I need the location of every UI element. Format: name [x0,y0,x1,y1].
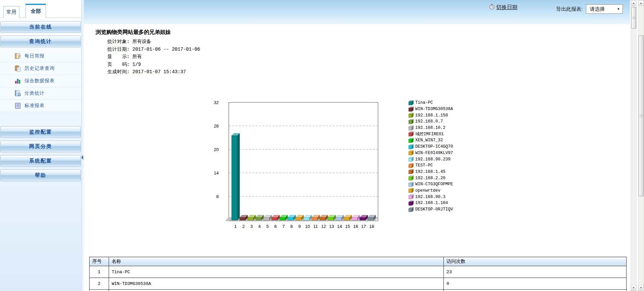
bar-chart: 322620148123456789101112131415161718 [211,97,386,235]
tab-all[interactable]: 全部 [25,4,46,18]
table-cell: Tina-PC [109,266,443,278]
legend-entry: DESKTOP-0RJTIQV [409,206,453,213]
sidebar-item[interactable]: 每日简报 [0,50,81,62]
legend-color-swatch [409,188,414,193]
legend-color-swatch [409,150,414,155]
table-cell: WIN-TD3MG30538A [109,278,443,290]
x-axis-tick-label: 18 [369,224,374,229]
x-axis-tick-label: 13 [329,224,334,229]
legend-color-swatch [409,119,414,124]
table-row: 1Tina-PC23 [90,266,627,278]
report-meta-line: 显示: 所有 [107,53,200,61]
export-report-label: 导出此报表: [556,6,583,12]
sidebar-section-button[interactable]: 系统配置 [0,155,81,167]
x-axis-tick-label: 7 [282,224,285,229]
sidebar-section-button[interactable]: 当前在线 [0,21,81,33]
y-axis-tick-label: 20 [214,147,219,152]
legend-label: 192.168.90.3 [415,195,445,199]
table-body: 1Tina-PC232WIN-TD3MG30538A0 [90,266,627,291]
export-report-select[interactable]: 请选择 ▼ [586,4,623,14]
scroll-down-icon[interactable]: ▼ [638,285,644,291]
inner-scrollbar-thumb[interactable] [631,7,636,29]
sidebar-item-label: 分类统计 [24,90,45,96]
sidebar-tabstrip: 常用 全部 [0,0,81,18]
sidebar-item-label: 每日简报 [24,53,45,59]
legend-label: DESKTOP-0RJTIQV [415,207,453,212]
legend-color-swatch [409,138,414,143]
legend-label: 192.168.1.104 [415,201,448,205]
legend-label: 192.168.0.7 [415,119,443,124]
table-cell: 1 [90,266,109,278]
x-axis-tick-label: 6 [274,224,277,229]
outer-scrollbar[interactable]: ▲ ▼ [638,0,644,291]
scroll-up-icon[interactable]: ▲ [631,0,636,6]
legend-label: Tina-PC [415,100,433,105]
legend-entry: 192.168.1.150 [409,112,453,118]
scroll-down-icon[interactable]: ▼ [631,285,636,291]
outer-scrollbar-thumb[interactable] [639,35,644,196]
x-axis-tick-label: 3 [250,224,253,229]
legend-color-swatch [409,194,414,199]
legend-label: WIN-FE0I49KLV97 [415,151,453,155]
switch-date-link[interactable]: 切换日期 [489,4,518,11]
x-axis-tick-label: 15 [345,224,350,229]
report-meta-line: 页码: 1/9 [107,61,200,68]
legend-label: openwrtdev [415,188,440,193]
sidebar-item[interactable]: 历史记录查询 [0,62,81,75]
x-axis-tick-label: 9 [298,224,301,229]
report-meta-line: 生成时间: 2017-01-07 15:43:37 [107,68,200,76]
legend-label: 192.168.90.239 [415,157,450,162]
legend-entry: TEST-PC [409,162,453,169]
legend-color-swatch [409,100,414,105]
legend-color-swatch [409,169,414,174]
tab-common[interactable]: 常用 [3,6,19,18]
standard-report-icon [14,102,21,109]
sidebar-collapse-icon[interactable] [81,155,83,160]
legend-color-swatch [409,107,414,112]
legend-entry: WIN-TD3MG30538A [409,106,453,112]
sidebar-section-button[interactable]: 监控配置 [0,126,81,138]
x-axis-tick-label: 12 [321,224,326,229]
table-cell [444,290,627,291]
chevron-down-icon: ▼ [617,7,620,11]
legend-label: DESKTOP-IC4GQ70 [415,144,453,149]
table-cell [109,290,443,291]
legend-entry: 域控IMFIRE01 [409,131,453,137]
report-table: 序号名称访问次数 1Tina-PC232WIN-TD3MG30538A0 [89,257,627,291]
bar-Tina-PC [232,133,240,220]
sidebar-item[interactable]: 标准报表 [0,100,81,112]
legend-color-swatch [409,132,414,137]
legend-color-swatch [409,201,414,206]
content-banner: 切换日期 导出此报表: 请选择 ▼ [84,0,630,24]
legend-label: XEN_WIN7_32 [415,138,443,143]
x-axis-tick-label: 10 [305,224,310,229]
table-cell: 23 [444,266,627,278]
legend-entry: 192.168.1.45 [409,169,453,175]
chart-legend: Tina-PCWIN-TD3MG30538A192.168.1.150192.1… [409,100,453,212]
legend-entry: XEN_WIN7_32 [409,137,453,144]
switch-date-label[interactable]: 切换日期 [496,4,518,11]
sidebar-section-button[interactable]: 网页分类 [0,141,81,152]
table-column-header: 序号 [90,257,109,266]
comprehensive-report-icon [14,77,21,85]
inner-scrollbar[interactable]: ▲ ▼ [631,0,637,291]
sidebar-menu: 当前在线查询统计每日简报历史记录查询综合数据报表分类统计标准报表监控配置网页分类… [0,18,81,181]
x-axis-tick-label: 8 [290,224,293,229]
sidebar-item[interactable]: 综合数据报表 [0,75,81,87]
legend-label: WIN-CTG3QFOPMPE [415,182,453,187]
y-axis-tick-label: 32 [214,100,219,105]
x-axis-tick-label: 16 [353,224,358,229]
sidebar-section-button[interactable]: 查询统计 [0,36,81,47]
table-row: 2WIN-TD3MG30538A0 [90,278,627,290]
legend-entry: Tina-PC [409,100,453,106]
scroll-up-icon[interactable]: ▲ [638,0,644,6]
x-axis-tick-label: 2 [242,224,245,229]
legend-entry: openwrtdev [409,188,453,194]
sidebar-section-button[interactable]: 帮助 [0,169,81,181]
x-axis-tick-label: 14 [337,224,342,229]
legend-label: 192.168.1.45 [415,169,445,174]
sidebar-item[interactable]: 分类统计 [0,87,81,100]
legend-entry: 192.168.90.3 [409,194,453,200]
content-area: 切换日期 导出此报表: 请选择 ▼ 浏览购物类网站最多的兄弟姐妹 统计对象: 所… [84,0,630,291]
export-report-group: 导出此报表: 请选择 ▼ [556,4,623,14]
